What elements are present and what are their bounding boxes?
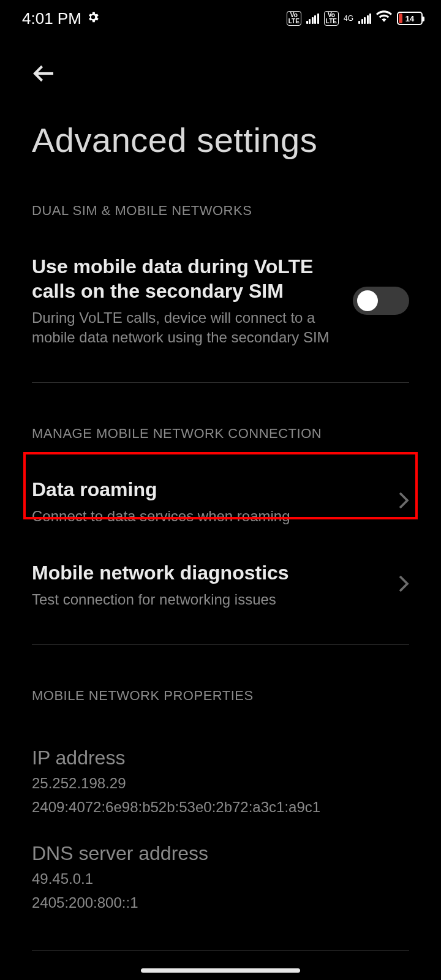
volte-badge-2: VoLTE (324, 11, 339, 26)
chevron-right-icon (398, 575, 409, 595)
prop-value-line: 2409:4072:6e98:b52b:53e0:2b72:a3c1:a9c1 (32, 793, 409, 818)
signal-icon-2 (358, 13, 371, 24)
section-header-manage-network: MANAGE MOBILE NETWORK CONNECTION (32, 383, 409, 460)
prop-value-line: 2405:200:800::1 (32, 889, 409, 913)
prop-title: IP address (32, 722, 409, 769)
row-data-roaming[interactable]: Data roaming Connect to data services wh… (32, 460, 409, 543)
wifi-icon (376, 9, 392, 29)
prop-title: DNS server address (32, 818, 409, 865)
volte-badge-1: VoLTE (287, 11, 301, 26)
section-header-network-props: MOBILE NETWORK PROPERTIES (32, 645, 409, 722)
chevron-right-icon (398, 491, 409, 512)
status-right: VoLTE VoLTE 4G 14 (287, 9, 423, 29)
row-title: Mobile network diagnostics (32, 560, 386, 585)
row-subtitle: During VoLTE calls, device will connect … (32, 303, 341, 348)
row-title: Use mobile data during VoLTE calls on th… (32, 254, 341, 303)
signal-icon-1 (306, 13, 319, 24)
status-bar: 4:01 PM VoLTE VoLTE 4G 14 (0, 0, 441, 37)
prop-dns-address: DNS server address 49.45.0.1 2405:200:80… (32, 818, 409, 913)
row-title: Data roaming (32, 477, 386, 502)
row-subtitle: Test connection for networking issues (32, 585, 386, 609)
status-time: 4:01 PM (22, 9, 81, 28)
gear-icon (86, 9, 100, 28)
home-indicator (141, 968, 300, 973)
page-title: Advanced settings (0, 88, 441, 160)
row-network-diagnostics[interactable]: Mobile network diagnostics Test connecti… (32, 543, 409, 627)
network-type: 4G (344, 15, 353, 21)
prop-value-line: 25.252.198.29 (32, 769, 409, 794)
prop-ip-address: IP address 25.252.198.29 2409:4072:6e98:… (32, 722, 409, 818)
battery-icon: 14 (397, 12, 423, 25)
prop-value-line: 49.45.0.1 (32, 865, 409, 889)
battery-percent: 14 (398, 14, 421, 23)
back-button[interactable] (32, 61, 56, 88)
row-volte-secondary-sim[interactable]: Use mobile data during VoLTE calls on th… (32, 237, 409, 365)
row-subtitle: Connect to data services when roaming (32, 502, 386, 526)
section-header-dualsim: DUAL SIM & MOBILE NETWORKS (32, 160, 409, 237)
status-left: 4:01 PM (22, 9, 100, 28)
divider (32, 950, 409, 951)
toggle-volte-secondary-sim[interactable] (353, 287, 409, 315)
